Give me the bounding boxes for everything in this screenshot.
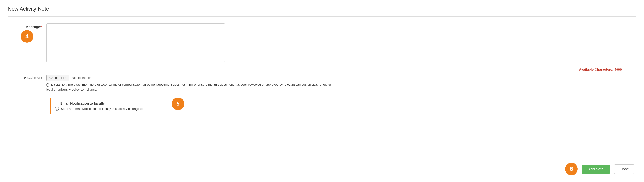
- email-notification-desc-row: i Send an Email Notification to faculty …: [55, 107, 147, 111]
- close-button[interactable]: Close: [614, 164, 634, 174]
- page-container: New Activity Note 4 Message:* Available …: [0, 0, 644, 182]
- divider: [8, 17, 636, 17]
- email-notification-desc-text: Send an Email Notification to faculty th…: [61, 107, 142, 111]
- email-notification-row: Email Notification to faculty: [55, 101, 147, 105]
- step-5-badge: 5: [172, 98, 184, 110]
- choose-file-button[interactable]: Choose File: [46, 75, 69, 81]
- message-row: 4 Message:*: [8, 24, 636, 63]
- no-file-text: No file chosen: [72, 76, 92, 80]
- attachment-label: Attachment: [8, 75, 46, 80]
- step-6-badge: 6: [565, 163, 578, 175]
- email-notification-label: Email Notification to faculty: [60, 101, 105, 105]
- step-4-badge: 4: [21, 30, 33, 43]
- message-label: Message:*: [8, 24, 46, 29]
- add-note-button[interactable]: Add Note: [582, 165, 610, 173]
- form-section: 4 Message:* Available Characters: 4000 A…: [8, 24, 636, 114]
- page-title: New Activity Note: [8, 6, 636, 12]
- footer-row: 6 Add Note Close: [565, 163, 634, 175]
- file-input-row: Choose File No file chosen: [46, 75, 336, 81]
- email-info-icon: i: [55, 107, 59, 111]
- attachment-row: Attachment Choose File No file chosen iD…: [8, 75, 636, 92]
- required-star: *: [41, 25, 42, 29]
- chars-available: Available Characters: 4000: [8, 68, 622, 71]
- message-textarea[interactable]: [46, 24, 225, 62]
- message-area-wrapper: [46, 24, 225, 63]
- disclaimer-info-icon: i: [46, 83, 50, 87]
- email-notification-box: Email Notification to faculty i Send an …: [50, 98, 152, 114]
- disclaimer-text: iDisclaimer: The attachment here of a co…: [46, 82, 336, 92]
- attachment-content: Choose File No file chosen iDisclaimer: …: [46, 75, 336, 92]
- email-notification-container: Email Notification to faculty i Send an …: [8, 94, 636, 114]
- email-notification-checkbox[interactable]: [55, 102, 58, 105]
